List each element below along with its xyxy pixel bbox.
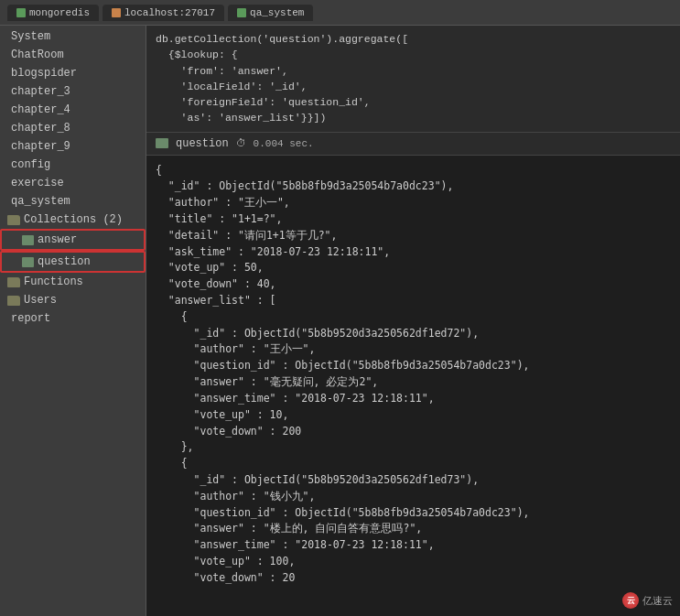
tab-icon-mongoredis [16, 8, 26, 17]
folder-icon [7, 215, 20, 225]
tab-localhost[interactable]: localhost:27017 [103, 5, 224, 21]
query-code[interactable]: db.getCollection('question').aggregate([… [156, 31, 671, 126]
sidebar-label-collections: Collections (2) [24, 213, 123, 226]
sidebar-item-question[interactable]: question [0, 251, 146, 273]
tab-label-qa: qa_system [250, 7, 304, 18]
collection-icon-question [22, 257, 34, 267]
sidebar-users-header[interactable]: Users [0, 291, 146, 309]
sidebar-item-config[interactable]: config [0, 156, 146, 174]
watermark: 云 亿速云 [622, 592, 673, 609]
tab-bar: mongoredis localhost:27017 qa_system [0, 0, 680, 26]
sidebar-label-chapter8: chapter_8 [11, 122, 70, 135]
sidebar-label-answer: answer [38, 233, 77, 246]
tab-icon-localhost [112, 8, 121, 17]
sidebar-item-blogspider[interactable]: blogspider [0, 64, 146, 82]
sidebar-item-chatroom[interactable]: ChatRoom [0, 46, 146, 64]
tab-qa-system[interactable]: qa_system [228, 5, 313, 21]
sidebar-label-chatroom: ChatRoom [11, 49, 64, 61]
result-time: 0.004 sec. [254, 138, 314, 149]
sidebar-item-chapter8[interactable]: chapter_8 [0, 119, 146, 137]
sidebar-label-blogspider: blogspider [11, 67, 77, 80]
sidebar: System ChatRoom blogspider chapter_3 cha… [0, 26, 146, 616]
right-panel: db.getCollection('question').aggregate([… [146, 26, 680, 616]
sidebar-item-chapter3[interactable]: chapter_3 [0, 82, 146, 101]
sidebar-label-system: System [11, 30, 50, 43]
sidebar-label-question: question [38, 255, 91, 268]
users-folder-icon [7, 296, 20, 306]
watermark-logo: 云 [622, 592, 639, 609]
watermark-text: 亿速云 [642, 594, 673, 608]
tab-label-mongoredis: mongoredis [29, 7, 90, 18]
sidebar-item-qasystem[interactable]: qa_system [0, 192, 146, 211]
sidebar-item-chapter9[interactable]: chapter_9 [0, 137, 146, 156]
sidebar-label-chapter3: chapter_3 [11, 85, 70, 98]
sidebar-label-functions: Functions [24, 276, 83, 288]
sidebar-item-report[interactable]: report [0, 309, 146, 328]
sidebar-label-qasystem: qa_system [11, 195, 70, 208]
watermark-logo-text: 云 [627, 595, 635, 607]
sidebar-item-exercise[interactable]: exercise [0, 174, 146, 192]
result-collection-label: question [176, 137, 229, 150]
tab-icon-qa [237, 8, 246, 17]
sidebar-functions-header[interactable]: Functions [0, 273, 146, 291]
sidebar-label-exercise: exercise [11, 177, 64, 189]
result-collection-icon [156, 138, 168, 148]
sidebar-item-system[interactable]: System [0, 27, 146, 46]
result-content[interactable]: { "_id" : ObjectId("5b8b8fb9d3a25054b7a0… [146, 156, 680, 617]
json-output: { "_id" : ObjectId("5b8b8fb9d3a25054b7a0… [156, 163, 671, 587]
sidebar-collections-header[interactable]: Collections (2) [0, 211, 146, 229]
sidebar-label-chapter4: chapter_4 [11, 103, 70, 116]
sidebar-label-report: report [11, 312, 50, 325]
clock-icon: ⏱ [236, 137, 246, 149]
main-content: System ChatRoom blogspider chapter_3 cha… [0, 26, 680, 616]
query-bar: db.getCollection('question').aggregate([… [146, 26, 680, 133]
sidebar-item-chapter4[interactable]: chapter_4 [0, 101, 146, 119]
sidebar-label-users: Users [24, 294, 57, 307]
sidebar-label-chapter9: chapter_9 [11, 140, 70, 153]
collection-icon-answer [22, 235, 34, 245]
sidebar-label-config: config [11, 158, 50, 171]
tab-label-localhost: localhost:27017 [124, 7, 215, 18]
tab-mongoredis[interactable]: mongoredis [7, 5, 99, 21]
functions-folder-icon [7, 277, 20, 287]
result-header: question ⏱ 0.004 sec. [146, 133, 680, 156]
sidebar-item-answer[interactable]: answer [0, 229, 146, 251]
